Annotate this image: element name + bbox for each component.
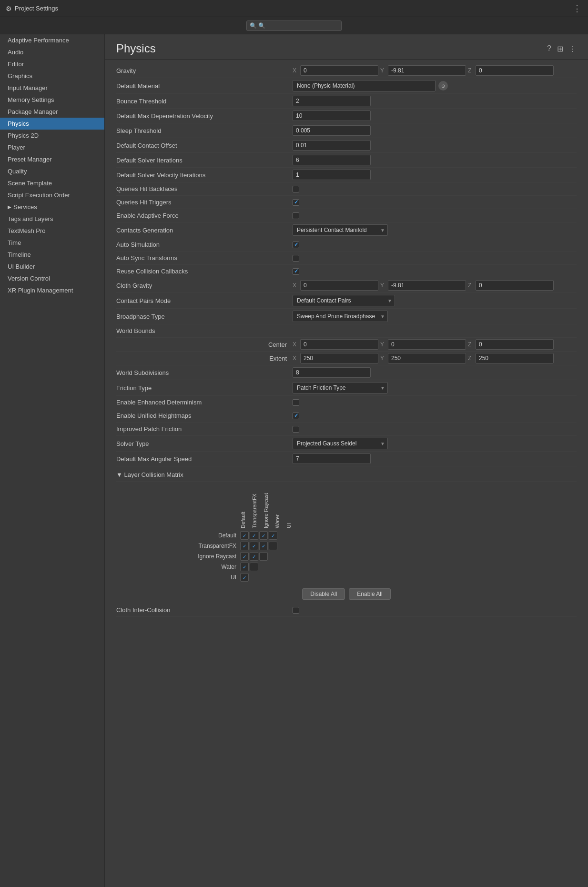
default-material-select-btn[interactable]: ⊙ — [438, 81, 448, 91]
sidebar-item-scene-template[interactable]: Scene Template — [0, 177, 104, 189]
broadphase-type-row: Broadphase Type Sweep And Prune Broadpha… — [116, 309, 577, 324]
search-input[interactable] — [246, 20, 342, 31]
gear-icon: ⚙ — [6, 5, 12, 12]
center-x-input[interactable] — [300, 339, 378, 350]
title-bar-menu-icon[interactable]: ⋮ — [573, 3, 582, 14]
matrix-section: Default TransparentFX Ignore Raycast Wat… — [116, 482, 577, 604]
disable-all-button[interactable]: Disable All — [302, 588, 345, 600]
matrix-row-default: Default — [116, 530, 577, 541]
matrix-cb-default-default[interactable] — [240, 531, 249, 540]
sidebar-item-memory-settings[interactable]: Memory Settings — [0, 94, 104, 106]
presets-icon[interactable]: ⊞ — [557, 44, 563, 53]
auto-simulation-value — [293, 242, 577, 248]
overflow-menu-icon[interactable]: ⋮ — [569, 44, 577, 53]
help-icon[interactable]: ? — [547, 44, 551, 53]
sidebar-item-services[interactable]: ▶ Services — [0, 201, 104, 213]
sleep-threshold-input[interactable] — [293, 125, 371, 136]
sidebar-item-audio[interactable]: Audio — [0, 46, 104, 58]
sidebar-label: Memory Settings — [8, 96, 54, 103]
cloth-gravity-x-input[interactable] — [300, 280, 378, 291]
sidebar: Adaptive Performance Audio Editor Graphi… — [0, 34, 105, 887]
matrix-cb-transparent-transparent[interactable] — [250, 542, 258, 550]
bounce-threshold-input[interactable] — [293, 96, 371, 106]
sidebar-item-graphics[interactable]: Graphics — [0, 70, 104, 82]
sidebar-item-input-manager[interactable]: Input Manager — [0, 82, 104, 94]
default-max-angular-speed-input[interactable] — [293, 454, 371, 464]
matrix-cb-transparent-water[interactable] — [269, 542, 277, 550]
default-max-dep-velocity-input[interactable] — [293, 111, 371, 121]
friction-type-dropdown-wrap: Patch Friction Type One Directional Fric… — [293, 382, 388, 393]
extent-z-input[interactable] — [476, 353, 554, 363]
gravity-z-input[interactable] — [476, 65, 554, 76]
enable-unified-heightmaps-checkbox[interactable] — [293, 413, 299, 419]
extent-x-input[interactable] — [300, 353, 378, 363]
sidebar-item-version-control[interactable]: Version Control — [0, 272, 104, 284]
cloth-gravity-y-input[interactable] — [388, 280, 466, 291]
enable-enhanced-determinism-checkbox[interactable] — [293, 399, 299, 406]
enable-adaptive-force-checkbox[interactable] — [293, 212, 299, 219]
default-solver-velocity-iterations-input[interactable] — [293, 170, 371, 180]
gravity-x-input[interactable] — [300, 65, 378, 76]
matrix-cb-water-default[interactable] — [240, 563, 249, 571]
matrix-cb-ui-default[interactable] — [240, 573, 249, 582]
extent-y-input[interactable] — [388, 353, 466, 363]
sidebar-item-player[interactable]: Player — [0, 141, 104, 153]
sidebar-item-quality[interactable]: Quality — [0, 165, 104, 177]
queries-hit-backfaces-value — [293, 186, 577, 192]
broadphase-type-select[interactable]: Sweep And Prune Broadphase Multibox Prun… — [293, 311, 388, 322]
reuse-collision-callbacks-label: Reuse Collision Callbacks — [116, 268, 293, 275]
matrix-cb-ignore-ignore[interactable] — [259, 552, 268, 561]
matrix-cb-ignore-transparent[interactable] — [250, 552, 258, 561]
contact-pairs-mode-label: Contact Pairs Mode — [116, 297, 293, 304]
friction-type-select[interactable]: Patch Friction Type One Directional Fric… — [293, 382, 388, 393]
matrix-cb-default-water[interactable] — [269, 531, 277, 540]
queries-hit-backfaces-checkbox[interactable] — [293, 186, 299, 192]
sidebar-item-adaptive-performance[interactable]: Adaptive Performance — [0, 34, 104, 46]
sidebar-item-tags-and-layers[interactable]: Tags and Layers — [0, 213, 104, 225]
contact-pairs-mode-dropdown-wrap: Default Contact Pairs Enable Kinematic-K… — [293, 295, 395, 306]
center-z-input[interactable] — [476, 339, 554, 350]
sidebar-label: Version Control — [8, 275, 50, 282]
matrix-cb-transparent-default[interactable] — [240, 542, 249, 550]
sidebar-label: Services — [13, 203, 37, 211]
world-subdivisions-input[interactable] — [293, 367, 371, 378]
gravity-y-input[interactable] — [388, 65, 466, 76]
sidebar-item-textmesh-pro[interactable]: TextMesh Pro — [0, 225, 104, 237]
sidebar-item-xr-plugin-management[interactable]: XR Plugin Management — [0, 284, 104, 296]
sidebar-item-physics[interactable]: Physics — [0, 118, 104, 130]
center-y-input[interactable] — [388, 339, 466, 350]
matrix-cb-ignore-default[interactable] — [240, 552, 249, 561]
sidebar-item-time[interactable]: Time — [0, 237, 104, 249]
auto-simulation-checkbox[interactable] — [293, 242, 299, 248]
sidebar-item-editor[interactable]: Editor — [0, 58, 104, 70]
matrix-row-water-label: Water — [164, 564, 240, 570]
default-solver-iterations-label: Default Solver Iterations — [116, 157, 293, 164]
solver-type-select[interactable]: Projected Gauss Seidel Temporal Gauss Se… — [293, 438, 388, 449]
sidebar-label: Physics — [8, 120, 29, 127]
auto-sync-transforms-value — [293, 255, 577, 262]
default-solver-iterations-input[interactable] — [293, 155, 371, 165]
queries-hit-triggers-checkbox[interactable] — [293, 199, 299, 206]
matrix-cb-transparent-ignore[interactable] — [259, 542, 268, 550]
sidebar-item-script-execution-order[interactable]: Script Execution Order — [0, 189, 104, 201]
cloth-gravity-z-input[interactable] — [476, 280, 554, 291]
sidebar-item-preset-manager[interactable]: Preset Manager — [0, 153, 104, 165]
sleep-threshold-label: Sleep Threshold — [116, 127, 293, 134]
matrix-cb-default-ignore[interactable] — [259, 531, 268, 540]
improved-patch-friction-checkbox[interactable] — [293, 426, 299, 433]
reuse-collision-callbacks-checkbox[interactable] — [293, 268, 299, 275]
sidebar-item-ui-builder[interactable]: UI Builder — [0, 261, 104, 272]
world-bounds-extent-label: Extent — [116, 355, 293, 362]
matrix-cb-default-transparent[interactable] — [250, 531, 258, 540]
layer-collision-matrix-header[interactable]: ▼ Layer Collision Matrix — [116, 468, 183, 479]
auto-sync-transforms-checkbox[interactable] — [293, 255, 299, 262]
contact-pairs-mode-select[interactable]: Default Contact Pairs Enable Kinematic-K… — [293, 295, 395, 306]
sidebar-item-package-manager[interactable]: Package Manager — [0, 106, 104, 118]
matrix-cb-water-transparent[interactable] — [250, 563, 258, 571]
enable-all-button[interactable]: Enable All — [349, 588, 390, 600]
sidebar-item-timeline[interactable]: Timeline — [0, 249, 104, 261]
cloth-inter-collision-checkbox[interactable] — [293, 607, 299, 614]
contacts-generation-select[interactable]: Legacy Contact Generation Persistent Con… — [293, 224, 388, 236]
default-contact-offset-input[interactable] — [293, 140, 371, 151]
sidebar-item-physics2d[interactable]: Physics 2D — [0, 130, 104, 141]
